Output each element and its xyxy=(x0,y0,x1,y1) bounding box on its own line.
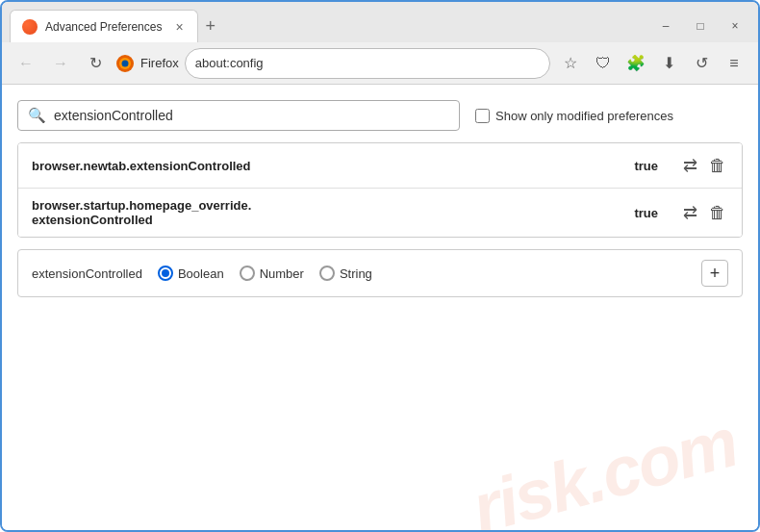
search-input-wrap: 🔍 xyxy=(17,100,460,131)
address-text: about:config xyxy=(195,56,264,70)
result-value-2: true xyxy=(634,206,658,220)
favicon-icon xyxy=(22,19,38,35)
back-button[interactable]: ← xyxy=(12,49,40,78)
plus-icon: + xyxy=(710,264,721,284)
browser-window: Advanced Preferences × + – □ × ← → ↻ Fir… xyxy=(2,2,758,532)
extension-button[interactable]: 🧩 xyxy=(621,49,650,78)
delete-button-2[interactable]: 🗑 xyxy=(707,201,728,225)
toolbar: ← → ↻ Firefox about:config ☆ 🛡 🧩 ⬇ ↺ ≡ xyxy=(2,42,758,85)
radio-label-boolean: Boolean xyxy=(178,266,224,281)
add-preference-row: extensionControlled Boolean Number Strin… xyxy=(17,249,743,297)
radio-number[interactable]: Number xyxy=(240,266,304,281)
radio-circle-boolean xyxy=(158,266,173,281)
search-icon: 🔍 xyxy=(28,107,46,124)
table-row: browser.newtab.extensionControlled true … xyxy=(18,143,742,189)
page-content: risk.com 🔍 Show only modified preference… xyxy=(2,85,758,532)
toggle-button-1[interactable]: ⇄ xyxy=(681,153,699,178)
delete-button-1[interactable]: 🗑 xyxy=(707,154,728,178)
watermark: risk.com xyxy=(464,402,745,532)
tab-title: Advanced Preferences xyxy=(45,20,162,34)
arrows-icon-2: ⇄ xyxy=(683,202,697,223)
active-tab[interactable]: Advanced Preferences × xyxy=(10,10,198,42)
minimize-button[interactable]: – xyxy=(650,13,681,39)
radio-boolean[interactable]: Boolean xyxy=(158,266,224,281)
bookmark-button[interactable]: ☆ xyxy=(556,49,585,78)
results-table: browser.newtab.extensionControlled true … xyxy=(17,142,743,238)
shield-button[interactable]: 🛡 xyxy=(589,49,618,78)
result-actions-1: ⇄ 🗑 xyxy=(681,153,728,178)
result-actions-2: ⇄ 🗑 xyxy=(681,200,728,225)
window-controls: – □ × xyxy=(650,13,750,39)
result-name-1: browser.newtab.extensionControlled xyxy=(32,159,626,173)
radio-circle-string xyxy=(319,266,335,281)
forward-button[interactable]: → xyxy=(46,49,75,78)
add-preference-button[interactable]: + xyxy=(701,260,728,287)
radio-circle-number xyxy=(240,266,255,281)
table-row: browser.startup.homepage_override. exten… xyxy=(18,189,742,237)
tab-bar: Advanced Preferences × + – □ × xyxy=(2,2,758,42)
toolbar-icons: ☆ 🛡 🧩 ⬇ ↺ ≡ xyxy=(556,49,748,78)
result-value-1: true xyxy=(634,159,658,173)
address-bar[interactable]: about:config xyxy=(185,48,550,79)
menu-button[interactable]: ≡ xyxy=(720,49,748,78)
pref-name-label: extensionControlled xyxy=(32,266,142,281)
svg-point-2 xyxy=(122,60,129,66)
radio-string[interactable]: String xyxy=(319,266,372,281)
radio-label-string: String xyxy=(340,266,372,281)
sync-button[interactable]: ↺ xyxy=(687,49,716,78)
download-button[interactable]: ⬇ xyxy=(654,49,683,78)
radio-dot-boolean xyxy=(162,269,169,277)
radio-label-number: Number xyxy=(260,266,304,281)
show-modified-text: Show only modified preferences xyxy=(495,109,673,123)
show-modified-label[interactable]: Show only modified preferences xyxy=(475,109,673,123)
trash-icon-1: 🗑 xyxy=(709,156,726,176)
radio-group: Boolean Number String xyxy=(158,266,686,281)
refresh-button[interactable]: ↻ xyxy=(81,49,110,78)
new-tab-button[interactable]: + xyxy=(198,13,224,40)
show-modified-checkbox[interactable] xyxy=(475,109,490,123)
arrows-icon-1: ⇄ xyxy=(683,155,697,176)
search-bar-row: 🔍 Show only modified preferences xyxy=(17,100,743,131)
firefox-logo-icon xyxy=(115,54,135,73)
firefox-label: Firefox xyxy=(140,56,179,70)
toggle-button-2[interactable]: ⇄ xyxy=(681,200,699,225)
maximize-button[interactable]: □ xyxy=(685,13,716,39)
close-tab-button[interactable]: × xyxy=(173,17,185,37)
result-name-2: browser.startup.homepage_override. exten… xyxy=(32,198,626,227)
close-button[interactable]: × xyxy=(720,13,750,39)
trash-icon-2: 🗑 xyxy=(709,203,726,223)
search-input[interactable] xyxy=(54,108,449,123)
